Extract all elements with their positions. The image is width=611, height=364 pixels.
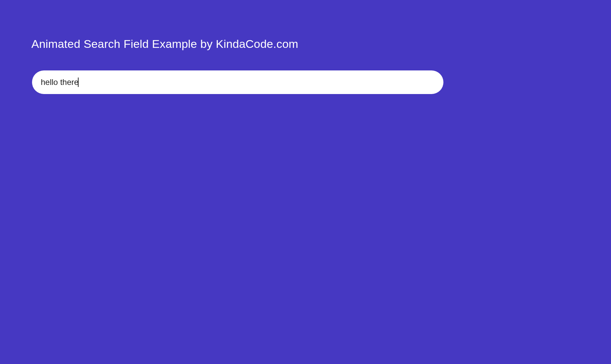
main-container: Animated Search Field Example by KindaCo…	[0, 0, 475, 283]
search-input[interactable]: hello there	[41, 78, 79, 87]
search-input-value: hello there	[41, 78, 79, 87]
text-cursor	[78, 78, 79, 87]
page-title: Animated Search Field Example by KindaCo…	[31, 37, 298, 51]
search-field-container[interactable]: hello there	[32, 70, 443, 94]
